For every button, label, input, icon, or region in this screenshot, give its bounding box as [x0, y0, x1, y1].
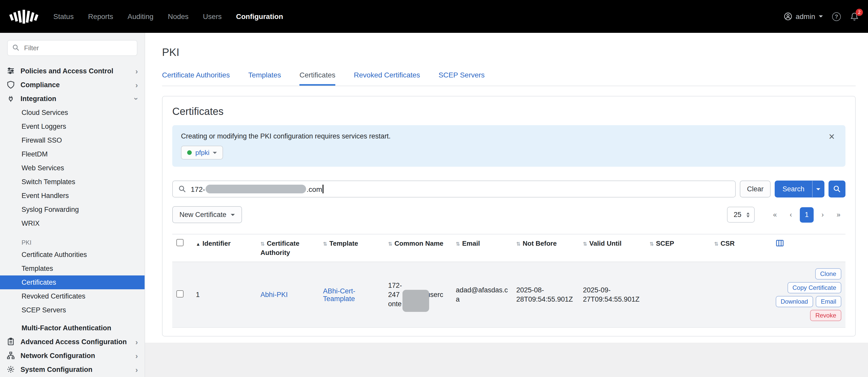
sort-icon: ⇅: [650, 241, 654, 247]
search-input[interactable]: 172- .com: [172, 180, 736, 198]
notifications-bell-icon[interactable]: 2: [850, 12, 859, 21]
sidebar-item-fleetdm[interactable]: FleetDM: [0, 147, 145, 161]
sidebar-item-certificates[interactable]: Certificates: [0, 276, 145, 289]
pagination-last-button[interactable]: »: [832, 207, 845, 222]
nav-reports[interactable]: Reports: [88, 12, 113, 21]
header-template[interactable]: ⇅Template: [319, 234, 384, 262]
clone-button[interactable]: Clone: [815, 268, 841, 280]
clear-button[interactable]: Clear: [740, 180, 771, 198]
sidebar-item-templates[interactable]: Templates: [0, 262, 145, 276]
packetfence-logo[interactable]: [9, 7, 41, 26]
pki-tabs: Certificate Authorities Templates Certif…: [162, 71, 856, 86]
pfpki-service-dropdown[interactable]: pfpki: [181, 146, 223, 160]
sidebar-item-certificate-authorities[interactable]: Certificate Authorities: [0, 248, 145, 262]
sort-icon: ⇅: [323, 241, 328, 247]
sort-icon: ⇅: [456, 241, 460, 247]
pagination-prev-button[interactable]: ‹: [784, 207, 798, 222]
sidebar-item-event-loggers[interactable]: Event Loggers: [0, 119, 145, 133]
sidebar-item-network-configuration[interactable]: Network Configuration ›: [0, 349, 145, 362]
template-link[interactable]: ABhi-Cert-Teamplate: [323, 287, 355, 302]
per-page-select[interactable]: 25: [727, 207, 755, 223]
header-valid-until[interactable]: ⇅Valid Until: [579, 234, 646, 262]
pagination-page-1-button[interactable]: 1: [800, 207, 814, 222]
tab-revoked-certificates[interactable]: Revoked Certificates: [354, 71, 420, 86]
nav-auditing[interactable]: Auditing: [127, 12, 153, 21]
pagination-next-button[interactable]: ›: [816, 207, 830, 222]
sidebar-item-label: System Configuration: [21, 366, 93, 373]
sidebar-item-syslog-forwarding[interactable]: Syslog Forwarding: [0, 203, 145, 216]
search-row: 172- .com Clear Search: [172, 180, 845, 198]
row-actions: Clone Copy Certificate Download Email Re…: [776, 268, 841, 321]
sidebar-item-web-services[interactable]: Web Services: [0, 161, 145, 175]
tab-templates[interactable]: Templates: [248, 71, 281, 86]
email-button[interactable]: Email: [816, 296, 841, 307]
certificate-authority-link[interactable]: Abhi-PKI: [260, 291, 288, 298]
sidebar-item-wrix[interactable]: WRIX: [0, 216, 145, 230]
copy-certificate-button[interactable]: Copy Certificate: [787, 282, 841, 293]
download-button[interactable]: Download: [775, 296, 813, 307]
nav-status[interactable]: Status: [53, 12, 73, 21]
sidebar-item-system-configuration[interactable]: System Configuration ›: [0, 362, 145, 376]
network-icon: [7, 351, 16, 360]
help-icon[interactable]: ?: [832, 12, 841, 21]
top-nav-links: Status Reports Auditing Nodes Users Conf…: [53, 12, 283, 21]
sidebar-item-label: Policies and Access Control: [21, 67, 113, 75]
table-toolbar: New Certificate 25 «: [172, 206, 845, 223]
header-certificate-authority[interactable]: ⇅Certificate Authority: [256, 234, 319, 262]
alert-message: Creating or modifying the PKI configurat…: [181, 132, 823, 140]
header-email[interactable]: ⇅Email: [452, 234, 512, 262]
chevron-down-icon: ›: [133, 97, 141, 100]
revoke-button[interactable]: Revoke: [810, 310, 841, 321]
sidebar-item-firewall-sso[interactable]: Firewall SSO: [0, 133, 145, 147]
advanced-search-button[interactable]: [829, 180, 845, 198]
new-certificate-button[interactable]: New Certificate: [172, 206, 242, 223]
search-button[interactable]: Search: [775, 180, 812, 198]
sidebar-item-cloud-services[interactable]: Cloud Services: [0, 106, 145, 119]
sidebar-item-compliance[interactable]: Compliance ›: [0, 78, 145, 92]
header-identifier[interactable]: ▲Identifier: [192, 234, 256, 262]
sidebar-item-event-handlers[interactable]: Event Handlers: [0, 189, 145, 203]
header-csr[interactable]: ⇅CSR: [710, 234, 772, 262]
tab-scep-servers[interactable]: SCEP Servers: [439, 71, 485, 86]
chevron-right-icon: ›: [135, 352, 138, 359]
cell-common-name: 172- 247userc onte: [388, 281, 447, 309]
header-common-name[interactable]: ⇅Common Name: [384, 234, 452, 262]
sidebar-item-switch-templates[interactable]: Switch Templates: [0, 175, 145, 189]
sidebar-item-revoked-certificates[interactable]: Revoked Certificates: [0, 289, 145, 303]
sidebar-nav: Policies and Access Control › Compliance…: [0, 64, 145, 376]
top-navbar: Status Reports Auditing Nodes Users Conf…: [0, 0, 868, 33]
sidebar-item-multi-factor-authentication[interactable]: Multi-Factor Authentication: [0, 321, 145, 335]
tab-certificates[interactable]: Certificates: [300, 71, 335, 86]
cell-valid-until: 2025-09-27T09:54:55.901Z: [583, 285, 641, 304]
sidebar-item-integration[interactable]: Integration ›: [0, 92, 145, 106]
certificates-card: Certificates Creating or modifying the P…: [162, 96, 856, 337]
pagination-first-button[interactable]: «: [768, 207, 782, 222]
search-split-button: Search: [775, 180, 825, 198]
search-dropdown-toggle[interactable]: [812, 180, 825, 198]
cell-identifier: 1: [192, 262, 256, 327]
nav-nodes[interactable]: Nodes: [168, 12, 189, 21]
search-value-prefix: 172-: [191, 185, 205, 193]
column-settings-icon[interactable]: [776, 239, 784, 247]
chevron-right-icon: ›: [135, 81, 138, 89]
sidebar-filter: [7, 40, 137, 56]
user-menu[interactable]: admin: [784, 12, 823, 21]
sort-icon: ⇅: [714, 241, 718, 247]
nav-configuration[interactable]: Configuration: [236, 12, 283, 21]
tab-certificate-authorities[interactable]: Certificate Authorities: [162, 71, 230, 86]
sort-icon: ⇅: [388, 241, 393, 247]
sidebar-filter-input[interactable]: [7, 40, 137, 56]
sidebar-item-advanced-access-configuration[interactable]: Advanced Access Configuration ›: [0, 335, 145, 349]
sidebar-item-policies-and-access-control[interactable]: Policies and Access Control ›: [0, 64, 145, 78]
row-checkbox[interactable]: [176, 290, 184, 297]
cell-email: adad@afasdas.ca: [456, 285, 508, 304]
page-title: PKI: [162, 46, 856, 58]
search-icon: [179, 185, 186, 193]
alert-close-icon[interactable]: ×: [826, 131, 838, 142]
sidebar-item-scep-servers[interactable]: SCEP Servers: [0, 303, 145, 317]
chevron-down-icon: [213, 151, 217, 154]
header-not-before[interactable]: ⇅Not Before: [512, 234, 579, 262]
nav-users[interactable]: Users: [203, 12, 222, 21]
header-scep[interactable]: ⇅SCEP: [646, 234, 710, 262]
select-all-checkbox[interactable]: [176, 239, 184, 246]
